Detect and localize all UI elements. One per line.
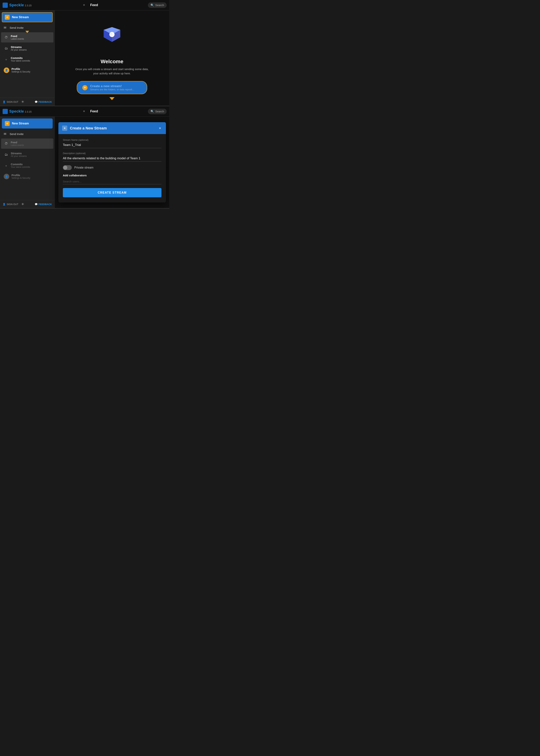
search-label-1: Search (155, 4, 164, 7)
welcome-arrow-down-1 (109, 97, 115, 100)
welcome-cube-svg (93, 16, 130, 53)
dialog-title: Create a New Stream (70, 126, 155, 130)
new-stream-icon-1: + (5, 15, 10, 20)
sidebar-1: + New Stream ✉ Send Invite ⏱ Feed Latest… (0, 10, 55, 106)
private-label: Private stream (74, 166, 93, 169)
sign-out-label-1: SIGN OUT (7, 100, 18, 103)
page-title-2: Feed (90, 109, 98, 113)
sign-out-icon-2: 👤 (3, 203, 6, 206)
header-bar-1: Speckle 2.3.15 × Feed 🔍 Search (0, 0, 169, 10)
new-stream-button-2[interactable]: + New Stream (2, 118, 53, 128)
stream-name-label: Stream Name (optional) (63, 138, 162, 141)
description-field: Description (optional) (63, 152, 162, 162)
feedback-link-1[interactable]: 💬 FEEDBACK (35, 100, 52, 103)
welcome-subtitle-1: Once you will create a stream and start … (75, 67, 149, 76)
folder-icon-2: 🗂 (4, 152, 9, 157)
dialog-body: Stream Name (optional) Description (opti… (59, 134, 166, 203)
main-layout-2: + New Stream ✉ Send Invite ⏱ Feed Latest… (0, 117, 169, 208)
search-box-1[interactable]: 🔍 Search (148, 2, 167, 8)
private-stream-row: Private stream (63, 165, 162, 170)
create-stream-btn-subtitle-1: Streams are like folders, or data reposi… (90, 88, 134, 91)
new-stream-button-1[interactable]: + New Stream (2, 12, 53, 22)
panel-2: Speckle 2.3.15 × Feed 🔍 Search + New Str… (0, 106, 169, 209)
window-close-button-1[interactable]: × (81, 2, 86, 8)
create-stream-submit-button[interactable]: CREATE STREAM (63, 188, 162, 197)
feedback-icon-1: 💬 (35, 100, 38, 103)
create-new-stream-button-1[interactable]: + Create a new stream! Streams are like … (77, 81, 147, 94)
sidebar-item-streams-1[interactable]: 🗂 Streams All your streams (1, 43, 54, 54)
header-bar-2: Speckle 2.3.15 × Feed 🔍 Search (0, 106, 169, 117)
feed-title-1: Feed (11, 35, 24, 38)
settings-icon-2[interactable]: ✳ (21, 202, 24, 206)
dialog-content-2: + Create a New Stream × Stream Name (opt… (55, 117, 169, 208)
sidebar-item-feed-2[interactable]: ⏱ Feed Latest events (1, 138, 54, 149)
app-version-2: 2.3.15 (25, 110, 32, 113)
commit-icon-2: ⬦ (4, 163, 9, 168)
feedback-link-2[interactable]: 💬 FEEDBACK (35, 203, 52, 206)
feedback-label-1: FEEDBACK (39, 100, 52, 103)
feed-subtitle-2: Latest events (11, 144, 24, 146)
commits-title-1: Commits (11, 56, 30, 60)
profile-title-2: Profile (12, 174, 30, 177)
welcome-title-1: Welcome (101, 59, 123, 65)
app-title-1: Speckle (9, 3, 24, 7)
search-users-input[interactable] (63, 179, 162, 184)
avatar-2: 👤 (4, 174, 9, 179)
sidebar-item-commits-1[interactable]: ⬦ Commits Your latest commits (1, 54, 54, 64)
logo-icon-2 (3, 109, 8, 114)
clock-icon-2: ⏱ (4, 141, 9, 146)
panel-1: Speckle 2.3.15 × Feed 🔍 Search + New Str… (0, 0, 169, 106)
sign-out-icon-1: 👤 (3, 100, 6, 103)
stream-name-input[interactable] (63, 142, 162, 148)
create-stream-icon-1: + (82, 85, 87, 90)
main-layout-1: + New Stream ✉ Send Invite ⏱ Feed Latest… (0, 10, 169, 106)
clock-icon-1: ⏱ (4, 35, 9, 40)
dialog-header: + Create a New Stream × (59, 122, 166, 134)
dialog-header-icon: + (62, 125, 67, 131)
sidebar-item-streams-2[interactable]: 🗂 Streams All your streams (1, 149, 54, 160)
search-icon-2: 🔍 (151, 110, 154, 113)
feedback-label-2: FEEDBACK (39, 203, 52, 206)
commits-title-2: Commits (11, 163, 30, 166)
envelope-icon-1: ✉ (3, 25, 7, 30)
streams-subtitle-1: All your streams (11, 49, 27, 51)
collaborators-title: Add collaborators (63, 174, 162, 177)
sidebar-item-commits-2[interactable]: ⬦ Commits Your latest commits (1, 160, 54, 171)
window-close-button-2[interactable]: × (81, 109, 86, 114)
folder-icon-1: 🗂 (4, 46, 9, 51)
create-stream-dialog: + Create a New Stream × Stream Name (opt… (59, 122, 166, 203)
send-invite-item-1[interactable]: ✉ Send Invite (0, 23, 55, 32)
svg-point-4 (110, 33, 112, 35)
svg-point-3 (109, 32, 115, 37)
profile-title-1: Profile (12, 67, 30, 71)
sidebar-item-profile-2[interactable]: 👤 Profile Settings & Security (1, 171, 54, 182)
send-invite-item-2[interactable]: ✉ Send Invite (0, 130, 55, 138)
new-stream-icon-2: + (5, 121, 10, 126)
sidebar-item-feed-1[interactable]: ⏱ Feed Latest events (1, 32, 54, 43)
settings-icon-1[interactable]: ✳ (21, 100, 24, 104)
page-title-1: Feed (90, 3, 98, 7)
sidebar-item-profile-1[interactable]: 👤 Profile Settings & Security (1, 65, 54, 75)
feed-title-2: Feed (11, 141, 24, 144)
toggle-knob (63, 166, 67, 170)
app-title-2: Speckle (9, 109, 24, 113)
send-invite-label-1: Send Invite (10, 26, 24, 29)
send-invite-label-2: Send Invite (10, 132, 24, 136)
dialog-close-button[interactable]: × (158, 126, 162, 131)
sign-out-button-2[interactable]: 👤 SIGN OUT (3, 203, 18, 206)
commit-icon-1: ⬦ (4, 57, 9, 62)
search-box-2[interactable]: 🔍 Search (148, 109, 167, 114)
private-toggle[interactable] (63, 165, 72, 170)
sidebar-2: + New Stream ✉ Send Invite ⏱ Feed Latest… (0, 117, 55, 208)
new-stream-label-1: New Stream (12, 16, 29, 19)
feed-subtitle-1: Latest events (11, 38, 24, 40)
streams-title-1: Streams (11, 46, 27, 49)
sign-out-button-1[interactable]: 👤 SIGN OUT (3, 100, 18, 103)
streams-subtitle-2: All your streams (11, 155, 27, 157)
streams-title-2: Streams (11, 152, 27, 155)
sidebar-bottom-1: 👤 SIGN OUT ✳ 💬 FEEDBACK (0, 98, 55, 106)
envelope-icon-2: ✉ (3, 131, 7, 136)
description-input[interactable] (63, 155, 162, 162)
avatar-1: 👤 (4, 68, 9, 73)
new-stream-label-2: New Stream (12, 122, 29, 125)
